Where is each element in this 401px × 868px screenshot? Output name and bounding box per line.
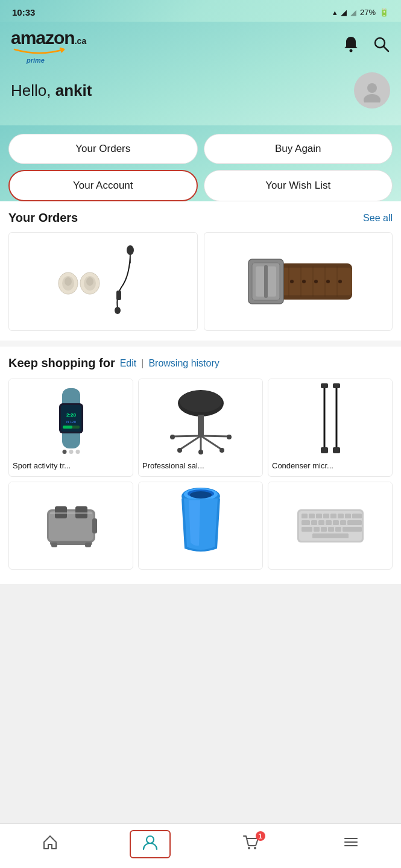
nav-account[interactable]: [130, 830, 171, 858]
svg-point-27: [302, 280, 306, 283]
status-bar: 10:33 ▴ ◢ ◢ 27% 🔋: [0, 0, 401, 22]
svg-rect-37: [63, 426, 72, 429]
see-all-link[interactable]: See all: [363, 213, 393, 224]
svg-rect-54: [333, 383, 340, 388]
status-time: 10:33: [12, 7, 35, 17]
amazon-smile-arrow: [12, 46, 66, 54]
product-label-toaster: [9, 561, 133, 569]
svg-point-96: [254, 847, 256, 849]
your-orders-button[interactable]: Your Orders: [8, 134, 198, 164]
svg-point-69: [190, 491, 212, 498]
dot-2: [69, 450, 73, 454]
svg-rect-76: [330, 514, 336, 518]
svg-rect-25: [264, 265, 268, 298]
header: amazon .ca prime: [0, 22, 401, 125]
browsing-history-link[interactable]: Browsing history: [148, 358, 219, 369]
buy-again-button[interactable]: Buy Again: [204, 134, 393, 164]
svg-point-49: [227, 435, 232, 439]
notification-icon[interactable]: [342, 35, 360, 57]
svg-line-41: [180, 436, 201, 450]
svg-rect-91: [335, 527, 341, 532]
svg-rect-83: [326, 520, 332, 525]
signal-muted-icon: ◢: [350, 8, 356, 17]
greeting-text: Hello, ankit: [11, 81, 92, 100]
order-card-2[interactable]: [204, 232, 393, 331]
svg-rect-63: [51, 542, 57, 547]
svg-point-29: [326, 280, 330, 283]
product-card-container[interactable]: [138, 482, 263, 570]
svg-point-94: [147, 836, 154, 843]
nav-home[interactable]: [30, 831, 71, 857]
product-label-container: [139, 561, 262, 569]
svg-line-2: [384, 46, 388, 51]
greeting-prefix: Hello,: [11, 81, 55, 99]
svg-text:N 120: N 120: [66, 420, 76, 424]
product-image-container: [139, 482, 262, 561]
product-image-tracker: 2:28 N 120: [9, 379, 133, 458]
bottom-nav: 1: [0, 823, 401, 868]
svg-rect-73: [309, 514, 315, 518]
svg-point-7: [65, 277, 72, 286]
svg-point-11: [127, 245, 134, 255]
nav-cart[interactable]: 1: [230, 831, 271, 857]
svg-rect-86: [347, 520, 362, 525]
dot-3: [75, 450, 80, 454]
product-card-stool[interactable]: Professional sal...: [138, 379, 263, 477]
svg-point-26: [290, 280, 294, 283]
product-card-toaster[interactable]: [8, 482, 133, 570]
order-card-1[interactable]: [8, 232, 198, 331]
svg-rect-85: [340, 520, 346, 525]
svg-rect-55: [321, 447, 328, 453]
account-icon: [142, 834, 159, 855]
your-wish-list-button[interactable]: Your Wish List: [204, 170, 393, 201]
nav-menu[interactable]: [330, 831, 371, 857]
signal-icon: ◢: [341, 8, 347, 17]
svg-point-30: [338, 280, 342, 283]
divider: |: [141, 358, 144, 369]
svg-rect-92: [343, 527, 362, 532]
product-card-mic[interactable]: Condenser micr...: [268, 379, 393, 477]
svg-rect-77: [338, 514, 344, 518]
svg-point-0: [350, 49, 353, 52]
svg-rect-64: [85, 542, 91, 547]
svg-point-48: [170, 435, 175, 439]
battery-icon: 🔋: [379, 8, 389, 17]
svg-point-4: [364, 94, 380, 102]
earbuds-image: [55, 260, 103, 303]
greeting-row: Hello, ankit: [11, 72, 390, 113]
svg-text:2:28: 2:28: [66, 412, 76, 418]
edit-link[interactable]: Edit: [120, 358, 137, 369]
orders-grid: [8, 232, 393, 331]
battery-percentage: 27%: [360, 8, 376, 17]
username: ankit: [55, 81, 92, 99]
svg-rect-65: [50, 512, 92, 514]
status-icons: ▴ ◢ ◢ 27% 🔋: [333, 8, 389, 17]
product-label-keyboard: [268, 561, 392, 569]
earphones-image: [109, 245, 151, 318]
keep-shopping-title: Keep shopping for: [8, 356, 115, 370]
search-icon[interactable]: [372, 35, 390, 57]
svg-rect-88: [314, 527, 320, 532]
avatar[interactable]: [354, 72, 390, 108]
svg-point-95: [248, 847, 250, 849]
cart-badge: 1: [256, 831, 265, 841]
your-account-button[interactable]: Your Account: [8, 170, 198, 201]
product-image-stool: [139, 379, 262, 458]
prime-label: prime: [27, 57, 86, 64]
dot-1: [62, 450, 66, 454]
home-icon: [42, 834, 58, 855]
svg-rect-87: [302, 527, 312, 532]
product-card-keyboard[interactable]: [268, 482, 393, 570]
svg-rect-75: [323, 514, 329, 518]
svg-rect-56: [333, 447, 340, 453]
product-image-mic: [268, 379, 392, 458]
svg-point-47: [219, 448, 224, 453]
svg-rect-74: [316, 514, 322, 518]
product-label-stool: Professional sal...: [139, 458, 262, 476]
svg-rect-62: [92, 518, 97, 533]
svg-rect-78: [345, 514, 351, 518]
svg-point-10: [86, 277, 93, 286]
wifi-icon: ▴: [333, 8, 337, 17]
svg-point-46: [177, 448, 182, 453]
product-card-tracker[interactable]: 2:28 N 120 Sport activity tr...: [8, 379, 133, 477]
